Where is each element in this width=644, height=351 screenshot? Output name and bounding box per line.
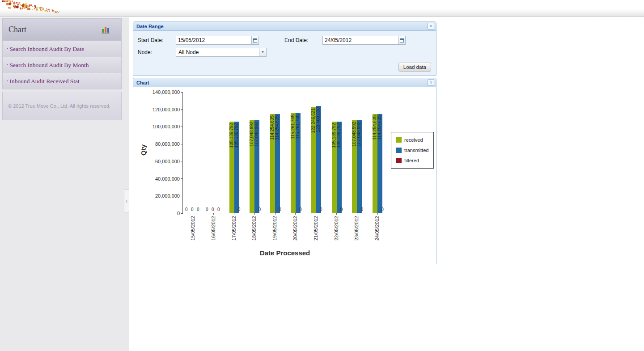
y-tick-mark [181, 178, 183, 179]
legend-label: transmitted [404, 148, 428, 153]
y-tick-mark [181, 92, 183, 93]
copyright-notice: © 2012 True Move Co., Ltd. All rights re… [2, 92, 122, 120]
calendar-icon [253, 38, 257, 42]
sidebar-item-received-stat[interactable]: ▪ Inbound Audit Received Stat [2, 73, 122, 89]
end-date-input[interactable] [322, 36, 398, 45]
y-tick-mark [181, 213, 183, 214]
bar-value-label: 0 [298, 207, 303, 212]
bullet-icon: ▪ [7, 80, 8, 83]
panel-title: Date Range [136, 24, 428, 29]
bullet-icon: ▪ [7, 47, 8, 51]
chart-panel-header: Chart « [133, 78, 436, 87]
collapse-left-icon: ‹ [126, 198, 127, 204]
chart: Qty 020,000,00040,000,00060,000,00080,00… [133, 87, 436, 264]
date-range-panel-header: Date Range « [133, 22, 436, 31]
y-tick-mark [181, 109, 183, 110]
sidebar-collapse-handle[interactable]: ‹ [124, 189, 129, 212]
node-select-value: All Node [176, 48, 259, 57]
x-tick-mark [275, 213, 275, 215]
chevron-down-icon: ▼ [261, 51, 265, 54]
date-row: Start Date: End Date: [138, 36, 436, 45]
bar-value-label: 115,261,765 [290, 114, 295, 139]
sidebar-item-label: Search Inbound Audit By Month [9, 62, 89, 69]
y-tick-label: 0 [139, 211, 180, 216]
bar-value-label: 105,139,792 [336, 123, 341, 148]
true-move-logo [0, 0, 63, 17]
start-date-field-group [176, 36, 259, 45]
start-date-input[interactable] [176, 36, 251, 45]
legend-item-received: received [396, 137, 428, 143]
sidebar-item-search-by-month[interactable]: ▪ Search Inbound Audit By Month [2, 57, 122, 73]
collapse-panel-button[interactable]: « [428, 23, 434, 30]
sidebar-item-label: Inbound Audit Received Stat [9, 78, 79, 85]
copyright-text: © 2012 True Move Co., Ltd. All rights re… [8, 103, 110, 109]
x-tick-label: 16/05/2012 [211, 216, 216, 241]
y-tick-label: 40,000,000 [139, 176, 180, 182]
x-axis-title: Date Processed [182, 249, 387, 257]
node-select-trigger[interactable]: ▼ [259, 48, 267, 57]
legend-label: received [404, 137, 423, 143]
bar-value-label: 105,139,792 [331, 123, 336, 148]
bar-value-label: 107,048,992 [249, 122, 254, 147]
bar-value-label: 107,048,992 [254, 122, 259, 147]
legend-item-transmitted: transmitted [396, 148, 428, 153]
y-tick-mark [181, 127, 183, 127]
sidebar-menu: ▪ Search Inbound Audit By Date ▪ Search … [2, 41, 122, 89]
x-tick-mark [377, 213, 378, 215]
bar-value-label: 0 [184, 207, 189, 212]
node-row: Node: All Node ▼ [138, 48, 436, 57]
legend-swatch-filtered [396, 158, 402, 163]
bar-value-label: 0 [380, 207, 385, 212]
sidebar-item-search-by-date[interactable]: ▪ Search Inbound Audit By Date [2, 41, 122, 57]
chart-panel: Chart « Qty 020,000,00040,000,00060,000,… [133, 78, 436, 264]
bar-value-label: 115,261,765 [295, 114, 300, 139]
collapse-up-icon: « [428, 81, 433, 84]
collapse-panel-button[interactable]: « [428, 79, 434, 86]
bar-value-label: 0 [190, 207, 195, 212]
y-tick-label: 140,000,000 [139, 89, 180, 95]
bar-value-label: 0 [237, 207, 242, 212]
load-data-button[interactable]: Load data [398, 63, 431, 72]
x-tick-label: 23/05/2012 [354, 216, 359, 241]
x-tick-mark [193, 213, 193, 215]
bar-value-label: 0 [216, 207, 221, 212]
end-date-field-group [322, 36, 406, 45]
x-tick-label: 24/05/2012 [374, 216, 380, 241]
start-date-calendar-button[interactable] [251, 36, 259, 45]
x-tick-label: 19/05/2012 [272, 216, 277, 241]
end-date-calendar-button[interactable] [398, 36, 406, 45]
bar-value-label: 0 [360, 207, 364, 212]
legend-swatch-received [396, 137, 402, 143]
sidebar-title: Chart [3, 25, 102, 34]
bar-value-label: 107,048,992 [352, 122, 356, 147]
x-tick-label: 15/05/2012 [190, 216, 195, 241]
bar-value-label: 105,139,792 [234, 123, 239, 148]
x-tick-label: 22/05/2012 [334, 216, 339, 241]
x-tick-mark [357, 213, 357, 215]
x-tick-mark [295, 213, 296, 215]
bar-value-label: 0 [278, 207, 282, 212]
x-tick-label: 18/05/2012 [251, 216, 257, 241]
bar-value-label: 114,254,605 [270, 115, 275, 140]
y-tick-mark [181, 144, 183, 144]
bar-chart-icon [102, 26, 110, 34]
x-tick-mark [254, 213, 255, 215]
bar-value-label: 114,254,605 [372, 115, 377, 140]
x-tick-mark [316, 213, 316, 215]
top-bar [0, 0, 644, 17]
x-tick-label: 20/05/2012 [292, 216, 298, 241]
calendar-icon [400, 38, 404, 42]
bullet-icon: ▪ [7, 63, 8, 67]
bar-value-label: 107,048,992 [356, 122, 361, 147]
node-select[interactable]: All Node ▼ [176, 48, 267, 57]
left-column: Chart ▪ Search Inbound Audit By Date ▪ S… [0, 17, 129, 351]
date-range-form: Start Date: End Date: Node: All Node ▼ [133, 31, 436, 75]
bar-value-label: 114,254,605 [275, 115, 280, 140]
node-label: Node: [138, 49, 176, 55]
bar-value-label: 122,246,621 [311, 108, 316, 133]
x-tick-mark [234, 213, 234, 215]
bar-value-label: 105,139,792 [229, 123, 234, 148]
bar-value-label: 0 [211, 207, 215, 212]
end-date-label: End Date: [284, 37, 322, 43]
start-date-label: Start Date: [138, 37, 176, 43]
